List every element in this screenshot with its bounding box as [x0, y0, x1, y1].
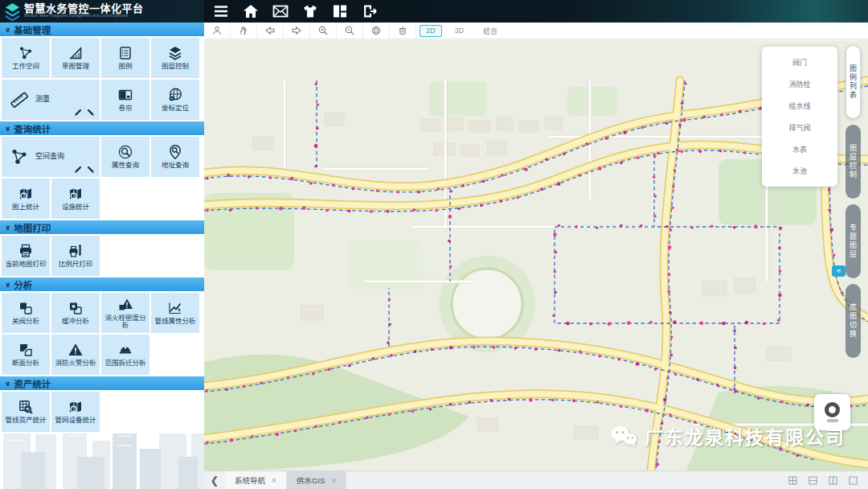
warnsq-icon [117, 297, 133, 313]
zoom-out-icon [344, 25, 355, 36]
map-side-tab-0[interactable]: 图例列表 [845, 45, 861, 119]
full-extent-globe-icon [371, 25, 382, 36]
tool-helmet-button[interactable]: 范围拆迁分析 [101, 335, 149, 375]
tool-label: 比例尺打印 [58, 261, 94, 268]
clear-trash-button[interactable] [390, 23, 416, 39]
helmet-icon [117, 342, 133, 358]
close-icon[interactable]: × [331, 476, 336, 485]
section-title: 资产统计 [14, 377, 51, 390]
printscale-icon [68, 243, 84, 259]
section-header[interactable]: ∨ 地图打印 [0, 220, 204, 234]
tool-print-button[interactable]: 当前地图打印 [2, 236, 50, 276]
tool-mapsearch-button[interactable]: 管网设备统计 [51, 392, 100, 432]
tool-label: 断面分析 [11, 360, 40, 367]
layout-grid-icon[interactable] [788, 475, 798, 486]
tool-measure-button[interactable]: 测量 [2, 80, 100, 120]
map-side-tab-2[interactable]: 专题图层 [845, 204, 861, 278]
legend-item[interactable]: 排气阀 [762, 117, 837, 138]
tool-label: 管线资产统计 [4, 417, 47, 424]
tool-list-button[interactable]: 图例 [101, 38, 149, 78]
layout-hsplit-icon[interactable] [808, 475, 818, 486]
tool-addrsearch-button[interactable]: 地址查询 [151, 137, 199, 177]
zoom-in-icon [317, 25, 329, 36]
view-mode-0-button[interactable]: 2D [420, 25, 442, 37]
tool-swipe-button[interactable]: 卷帘 [101, 80, 149, 120]
tool-label: 工作空间 [11, 63, 40, 70]
gridsearch-icon [18, 399, 34, 415]
layout-panes-icon[interactable] [331, 2, 349, 20]
chart-icon [167, 300, 183, 316]
tool-layers-button[interactable]: 图层控制 [151, 38, 199, 78]
zoom-out-button[interactable] [337, 23, 363, 39]
map-marker-badge[interactable]: ≋ [832, 265, 845, 277]
tool-globe-button[interactable]: 坐标定位 [151, 80, 199, 120]
map-side-tabs: 图例列表图层控制专题图层底图切换 [845, 45, 861, 358]
tool-chart-button[interactable]: 管线属性分析 [151, 293, 199, 333]
tool-mapsearch-button[interactable]: 设施统计 [51, 179, 100, 219]
map-toolbar: 2D3D结合 [204, 23, 868, 39]
tool-printscale-button[interactable]: 比例尺打印 [51, 236, 100, 276]
home-icon[interactable] [242, 2, 260, 20]
pen-icon [73, 165, 83, 175]
tool-gridsearch-button[interactable]: 管线资产统计 [2, 392, 50, 432]
tool-share-button[interactable]: 空间查询 [2, 137, 100, 177]
legend-item[interactable]: 水池 [762, 160, 837, 182]
tool-warnsq-button[interactable]: 消火栓密度分析 [101, 293, 149, 333]
tool-attrsearch-button[interactable]: 属性查询 [101, 137, 149, 177]
section-header[interactable]: ∨ 基础管理 [0, 23, 204, 36]
back-arrow-icon [264, 25, 276, 36]
mapsearch-icon [68, 186, 84, 202]
section-header[interactable]: ∨ 资产统计 [0, 376, 204, 390]
theme-shirt-icon[interactable] [301, 2, 319, 20]
layers-icon [167, 45, 183, 61]
legend-item[interactable]: 水表 [762, 138, 837, 160]
app-title: 智慧水务管控一体化平台 [24, 3, 144, 14]
menu-icon[interactable] [212, 2, 230, 20]
tab-label: 系统导航 [235, 475, 265, 486]
tool-label: 管网设备统计 [54, 417, 96, 424]
tool-label: 坐标定位 [161, 105, 190, 112]
tabs-scroll-left-button[interactable]: ❮ [204, 471, 225, 489]
layout-single-icon[interactable] [848, 475, 858, 486]
legend-item[interactable]: 阀门 [762, 51, 837, 73]
section-header[interactable]: ∨ 分析 [0, 277, 204, 291]
legend-item[interactable]: 给水线 [762, 95, 837, 117]
bottom-tab-bar: ❮ 系统导航 × 供水GIS × [204, 471, 868, 489]
identify-user-button[interactable] [204, 23, 231, 39]
map-side-tab-1[interactable]: 图层控制 [845, 125, 861, 199]
tool-label: 消防火警分析 [54, 360, 96, 367]
logout-icon[interactable] [361, 2, 379, 20]
tool-buffer-button[interactable]: 缓冲分析 [51, 293, 100, 333]
app-header: 智慧水务管控一体化平台 Wisdom water integrated mana… [0, 0, 204, 23]
mail-icon[interactable] [272, 2, 289, 20]
bottom-tab-1[interactable]: 供水GIS × [287, 471, 346, 489]
tool-sketch-button[interactable]: 草图管理 [51, 38, 100, 78]
pan-hand-button[interactable] [231, 23, 257, 39]
map-side-tab-3[interactable]: 底图切换 [845, 284, 861, 358]
tool-warning-button[interactable]: 消防火警分析 [51, 335, 100, 375]
pen-icon [86, 165, 96, 175]
zoom-in-button[interactable] [310, 23, 337, 39]
tool-section-button[interactable]: 断面分析 [2, 335, 50, 375]
section-title: 地图打印 [14, 221, 51, 234]
full-extent-globe-button[interactable] [363, 23, 390, 39]
tool-mapsearch-button[interactable]: 图上统计 [2, 179, 50, 219]
forward-arrow-button[interactable] [284, 23, 310, 39]
tool-share-button[interactable]: 工作空间 [2, 38, 50, 78]
back-arrow-button[interactable] [257, 23, 284, 39]
pen-icons [73, 108, 96, 117]
measure-icon [10, 90, 29, 109]
bottom-tab-0[interactable]: 系统导航 × [225, 471, 287, 489]
section-header[interactable]: ∨ 查询统计 [0, 121, 204, 135]
legend-panel: 阀门消防栓给水线排气阀水表水池 [762, 47, 837, 187]
map-navigation-control[interactable] [814, 394, 850, 430]
map-canvas[interactable]: 阀门消防栓给水线排气阀水表水池 图例列表图层控制专题图层底图切换 ≋ 广东龙泉科… [204, 40, 868, 471]
section-title: 分析 [14, 278, 32, 291]
legend-item[interactable]: 消防栓 [762, 73, 837, 95]
layout-vsplit-icon[interactable] [828, 475, 838, 486]
chevron-down-icon: ∨ [5, 125, 10, 133]
tool-valve-button[interactable]: 关阀分析 [2, 293, 50, 333]
view-mode-2-button[interactable]: 结合 [477, 25, 504, 37]
close-icon[interactable]: × [272, 476, 276, 485]
view-mode-1-button[interactable]: 3D [448, 25, 471, 37]
